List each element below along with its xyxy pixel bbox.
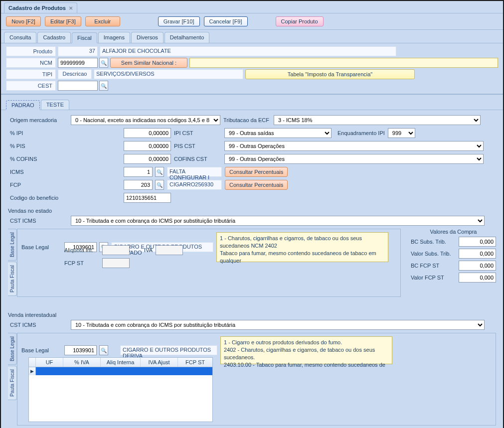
- tab-fiscal[interactable]: Fiscal: [72, 32, 97, 43]
- iva-input[interactable]: [156, 245, 183, 255]
- origem-select[interactable]: 0 - Nacional, exceto as indicadas nos có…: [71, 115, 220, 125]
- editar-button[interactable]: Editar [F3]: [45, 16, 81, 26]
- vendas-estado-title: Vendas no estado: [8, 208, 496, 214]
- codben-input[interactable]: [124, 193, 171, 203]
- th-aliq: Aliq Interna: [101, 358, 141, 367]
- produto-label: Produto: [6, 46, 56, 56]
- iva-label: IVA: [133, 247, 153, 253]
- pct-ipi-input[interactable]: [124, 128, 171, 138]
- icms-label: ICMS: [8, 168, 68, 176]
- vtab-base-legal-inter[interactable]: Base Legal: [8, 333, 17, 365]
- aliquota-int-label: Aliquota Int.: [64, 247, 99, 253]
- descricao-value: SERVIÇOS/DIVERSOS: [94, 69, 243, 79]
- cest-input[interactable]: [58, 81, 98, 91]
- base-legal-inter-label: Base Legal: [21, 347, 61, 353]
- excluir-button[interactable]: Excluir: [85, 16, 120, 26]
- th-uf: UF: [36, 358, 63, 367]
- fcp-search-button[interactable]: 🔍: [155, 180, 164, 190]
- tab-imagens[interactable]: Imagens: [98, 32, 130, 43]
- fcp-st-label: FCP ST: [64, 260, 99, 266]
- valores-compra-title: Valores da Compra: [411, 229, 496, 235]
- valor-subs-label: Valor Subs. Trib.: [411, 251, 456, 257]
- pct-pis-label: % PIS: [8, 142, 68, 150]
- vtab-pauta-fiscal-estado[interactable]: Pauta Fiscal: [8, 262, 17, 296]
- subtab-teste[interactable]: TESTE: [41, 100, 69, 110]
- novo-button[interactable]: Novo [F2]: [6, 16, 41, 26]
- venda-inter-title: Venda interestadual: [8, 312, 496, 318]
- inter-table-header: UF % IVA Aliq Interna IVA Ajust FCP ST: [28, 357, 213, 367]
- enq-ipi-label: Enquadramento IPI: [337, 130, 385, 136]
- ipi-cst-select[interactable]: 99 - Outras saídas: [224, 128, 332, 138]
- fcp-st-input[interactable]: [102, 258, 130, 268]
- cest-search-button[interactable]: 🔍: [99, 81, 108, 91]
- base-legal-estado-label: Base Legal: [21, 244, 61, 250]
- bc-fcp-input[interactable]: [459, 261, 496, 271]
- close-tab-icon[interactable]: ✕: [69, 5, 73, 11]
- th-pct-iva: % IVA: [63, 358, 101, 367]
- tabela-transparencia-button[interactable]: Tabela "Imposto da Transparencia": [245, 69, 415, 79]
- search-icon: 🔍: [101, 83, 107, 89]
- th-iva-ajust: IVA Ajust: [141, 358, 178, 367]
- search-icon: 🔍: [157, 169, 163, 175]
- search-icon: 🔍: [101, 60, 107, 66]
- cancelar-button[interactable]: Cancelar [F9]: [204, 16, 248, 26]
- row-marker-icon: ▶: [29, 367, 36, 375]
- window-title: Cadastro de Produtos: [8, 5, 66, 11]
- enq-ipi-select[interactable]: 999: [388, 128, 415, 138]
- ncm-input[interactable]: [58, 58, 98, 68]
- tab-cadastro[interactable]: Cadastro: [37, 32, 71, 43]
- window-titlebar: Cadastro de Produtos ✕: [1, 1, 503, 13]
- trib-ecf-select[interactable]: 3 - ICMS 18%: [274, 115, 481, 125]
- search-icon: 🔍: [101, 348, 107, 353]
- sem-similar-button[interactable]: Sem Similar Nacional :: [110, 58, 187, 68]
- produto-nome: ALFAJOR DE CHOCOLATE: [100, 46, 396, 56]
- cofins-cst-select[interactable]: 99 - Outras Operações: [224, 154, 484, 164]
- icms-search-button[interactable]: 🔍: [155, 167, 164, 177]
- fcp-label: FCP: [8, 181, 68, 189]
- vtab-pauta-fiscal-inter[interactable]: Pauta Fiscal: [8, 366, 17, 400]
- pct-cofins-input[interactable]: [124, 154, 171, 164]
- trib-ecf-label: Tributacao da ECF: [223, 117, 271, 123]
- tab-consulta[interactable]: Consulta: [4, 32, 36, 43]
- gravar-button[interactable]: Gravar [F10]: [158, 16, 200, 26]
- valor-subs-input[interactable]: [459, 249, 496, 259]
- ncm-search-button[interactable]: 🔍: [99, 58, 108, 68]
- cofins-cst-label: COFINS CST: [174, 156, 221, 162]
- cst-icms-estado-select[interactable]: 10 - Tributada e com cobrança do ICMS po…: [71, 216, 485, 226]
- aliquota-int-input[interactable]: [102, 245, 130, 255]
- cst-icms-inter-label: CST ICMS: [8, 321, 68, 329]
- valor-fcp-input[interactable]: [459, 273, 496, 283]
- th-fcp-st: FCP ST: [178, 358, 212, 367]
- fcp-input[interactable]: [124, 180, 153, 190]
- produto-id: 37: [58, 46, 98, 56]
- base-legal-inter-code[interactable]: [64, 345, 97, 355]
- copiar-produto-button[interactable]: Copiar Produto: [276, 16, 324, 26]
- base-legal-inter-desc: CIGARRO E OUTROS PRODUTOS DERIVA: [120, 345, 217, 355]
- tab-detalhamento[interactable]: Detalhamento: [165, 32, 210, 43]
- base-legal-inter-search-button[interactable]: 🔍: [99, 345, 108, 355]
- cst-icms-inter-select[interactable]: 10 - Tributada e com cobrança do ICMS po…: [71, 320, 485, 330]
- pct-pis-input[interactable]: [124, 141, 171, 151]
- bc-subs-input[interactable]: [459, 237, 496, 247]
- main-tabs: Consulta Cadastro Fiscal Imagens Diverso…: [1, 30, 503, 43]
- inter-table-body[interactable]: ▶: [28, 367, 213, 422]
- info-inter-box: 1 - Cigarro e outros produtos derivados …: [220, 336, 392, 364]
- vtab-base-legal-estado[interactable]: Base Legal: [8, 229, 17, 261]
- fcp-desc: CIGARRO256930: [167, 180, 222, 190]
- consultar-percentuais-icms-button[interactable]: Consultar Percentuais: [225, 167, 288, 177]
- table-selected-row[interactable]: [36, 367, 212, 375]
- consultar-percentuais-fcp-button[interactable]: Consultar Percentuais: [225, 180, 288, 190]
- bc-subs-label: BC Subs. Trib.: [411, 239, 456, 245]
- cest-label: CEST: [6, 81, 56, 91]
- codben-label: Codigo do beneficio: [8, 194, 68, 202]
- pis-cst-select[interactable]: 99 - Outras Operações: [224, 141, 484, 151]
- tipi-label: TIPI: [6, 69, 56, 79]
- fiscal-subtabs: PADRAO TESTE: [1, 98, 503, 110]
- info-estado-box: 1 - Charutos, cigarrilhas e cigarros, de…: [216, 232, 388, 262]
- icms-input[interactable]: [124, 167, 153, 177]
- descricao-label: Descricao: [58, 69, 92, 79]
- tab-diversos[interactable]: Diversos: [131, 32, 164, 43]
- similar-display: [189, 58, 498, 68]
- search-icon: 🔍: [157, 182, 163, 188]
- subtab-padrao[interactable]: PADRAO: [6, 100, 40, 110]
